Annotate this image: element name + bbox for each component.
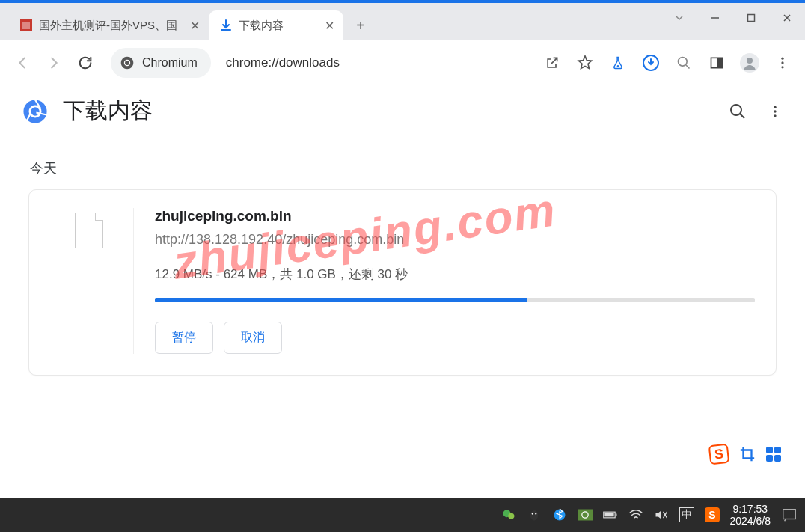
more-icon[interactable] <box>768 103 783 120</box>
caret-down-icon[interactable] <box>661 3 697 33</box>
chromium-icon <box>120 55 135 70</box>
svg-text:S: S <box>708 509 715 521</box>
svg-point-30 <box>535 513 536 514</box>
page-header: 下载内容 <box>0 85 805 137</box>
cancel-button[interactable]: 取消 <box>224 322 282 354</box>
tab-inactive[interactable]: 国外主机测评-国外VPS、国 ✕ <box>9 10 209 40</box>
svg-point-20 <box>31 107 39 115</box>
svg-rect-1 <box>22 22 30 29</box>
chromium-logo-icon <box>22 99 48 124</box>
clock-time: 9:17:53 <box>730 503 771 515</box>
clock-date: 2024/6/8 <box>730 515 771 527</box>
svg-point-21 <box>731 105 741 115</box>
file-icon-column <box>44 208 134 354</box>
system-tray: 中 S 9:17:53 2024/6/8 <box>501 503 798 527</box>
menu-icon[interactable] <box>769 49 796 76</box>
progress-fill <box>155 298 527 302</box>
downloads-icon[interactable] <box>637 49 664 76</box>
svg-point-16 <box>781 61 783 64</box>
svg-point-9 <box>679 57 688 66</box>
wifi-icon[interactable] <box>628 507 643 522</box>
sogou-tray-icon[interactable]: S <box>705 507 720 522</box>
toolbar: Chromium chrome://downloads <box>0 40 805 85</box>
address-bar[interactable]: chrome://downloads <box>220 48 534 78</box>
taskbar: 中 S 9:17:53 2024/6/8 <box>0 498 805 532</box>
svg-rect-12 <box>717 58 723 67</box>
bluetooth-icon[interactable] <box>552 507 567 522</box>
volume-icon[interactable] <box>654 507 669 522</box>
download-icon <box>219 19 233 32</box>
tab-favicon-site <box>19 19 33 32</box>
svg-point-15 <box>781 57 783 59</box>
page-title: 下载内容 <box>63 96 153 126</box>
close-icon[interactable]: ✕ <box>188 19 201 32</box>
toolbar-right <box>539 49 796 76</box>
download-actions: 暂停 取消 <box>155 322 755 354</box>
new-tab-button[interactable]: + <box>348 13 373 38</box>
svg-point-6 <box>125 61 129 65</box>
download-item: zhujiceping.com.bin http://138.128.192.4… <box>28 189 777 376</box>
svg-point-27 <box>508 513 514 519</box>
nvidia-icon[interactable] <box>578 507 593 522</box>
grid-icon[interactable] <box>766 447 781 462</box>
reload-button[interactable] <box>72 49 99 76</box>
svg-line-10 <box>686 64 690 68</box>
window-close-button[interactable] <box>769 3 805 33</box>
panel-icon[interactable] <box>703 49 730 76</box>
site-chip[interactable]: Chromium <box>111 48 211 78</box>
svg-point-28 <box>530 510 538 521</box>
progress-bar <box>155 298 755 302</box>
crop-icon[interactable] <box>739 446 756 462</box>
pause-button[interactable]: 暂停 <box>155 322 213 354</box>
downloads-page: 下载内容 今天 zhujiceping.com.bin http://138.1… <box>0 85 805 376</box>
download-status: 12.9 MB/s - 624 MB，共 1.0 GB，还剩 30 秒 <box>155 266 755 283</box>
sogou-icon[interactable]: S <box>708 444 730 465</box>
tab-title: 国外主机测评-国外VPS、国 <box>39 19 177 33</box>
qq-icon[interactable] <box>527 507 542 522</box>
ime-indicator[interactable]: 中 <box>679 507 694 522</box>
back-button[interactable] <box>9 49 36 76</box>
search-icon[interactable] <box>670 49 697 76</box>
tab-title: 下载内容 <box>239 19 312 33</box>
svg-point-17 <box>781 66 783 68</box>
svg-point-25 <box>774 114 776 117</box>
tab-active[interactable]: 下载内容 ✕ <box>209 10 343 40</box>
url-text: chrome://downloads <box>226 55 340 70</box>
tab-strip: 国外主机测评-国外VPS、国 ✕ 下载内容 ✕ + <box>0 3 805 40</box>
profile-avatar[interactable] <box>736 49 763 76</box>
clock[interactable]: 9:17:53 2024/6/8 <box>730 503 771 527</box>
minimize-button[interactable] <box>697 3 733 33</box>
search-icon[interactable] <box>729 103 747 120</box>
wechat-icon[interactable] <box>501 507 516 522</box>
svg-line-22 <box>740 114 744 118</box>
svg-point-23 <box>774 106 776 108</box>
share-icon[interactable] <box>539 49 566 76</box>
svg-rect-36 <box>604 513 613 517</box>
section-today: 今天 <box>0 137 805 189</box>
flask-icon[interactable] <box>604 49 631 76</box>
screenshot-tool-overlay: S <box>709 444 781 464</box>
bookmark-icon[interactable] <box>572 49 599 76</box>
svg-rect-41 <box>783 510 796 519</box>
svg-rect-32 <box>578 510 593 521</box>
forward-button[interactable] <box>40 49 67 76</box>
download-filename: zhujiceping.com.bin <box>155 208 755 224</box>
site-chip-label: Chromium <box>142 56 198 70</box>
download-body: zhujiceping.com.bin http://138.128.192.4… <box>155 208 755 354</box>
svg-rect-3 <box>748 15 755 22</box>
svg-point-29 <box>531 513 533 514</box>
notifications-icon[interactable] <box>781 507 798 523</box>
file-icon <box>75 213 103 248</box>
close-icon[interactable]: ✕ <box>322 19 336 32</box>
svg-point-7 <box>617 64 619 67</box>
svg-point-14 <box>747 58 753 64</box>
svg-point-24 <box>774 110 776 112</box>
svg-rect-35 <box>615 513 616 516</box>
window-controls <box>661 3 805 33</box>
maximize-button[interactable] <box>733 3 769 33</box>
download-url[interactable]: http://138.128.192.40/zhujiceping.com.bi… <box>155 232 755 248</box>
battery-icon[interactable] <box>603 507 618 522</box>
